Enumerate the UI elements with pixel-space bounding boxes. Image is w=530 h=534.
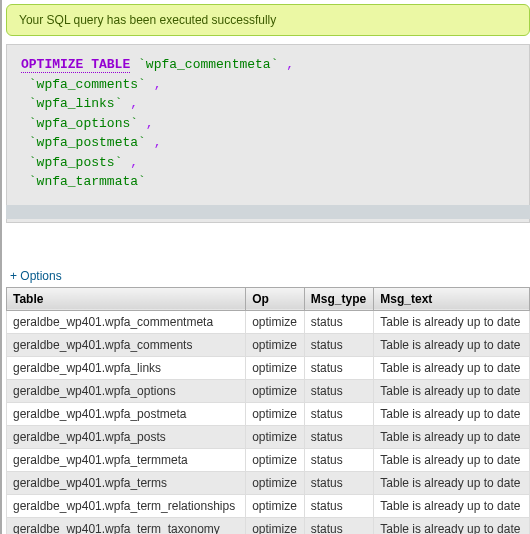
table-cell: Table is already up to date xyxy=(374,471,530,494)
table-cell: Table is already up to date xyxy=(374,310,530,333)
options-label: + Options xyxy=(10,269,62,283)
table-cell: Table is already up to date xyxy=(374,333,530,356)
success-message: Your SQL query has been executed success… xyxy=(19,13,276,27)
options-toggle[interactable]: + Options xyxy=(10,269,530,283)
column-header[interactable]: Table xyxy=(7,287,246,310)
table-cell: optimize xyxy=(246,494,305,517)
table-cell: geraldbe_wp401.wpfa_links xyxy=(7,356,246,379)
table-cell: optimize xyxy=(246,310,305,333)
table-cell: status xyxy=(304,310,374,333)
table-cell: optimize xyxy=(246,356,305,379)
sql-keyword: OPTIMIZE TABLE xyxy=(21,57,130,73)
table-row[interactable]: geraldbe_wp401.wpfa_term_relationshipsop… xyxy=(7,494,530,517)
table-cell: optimize xyxy=(246,402,305,425)
table-cell: status xyxy=(304,425,374,448)
sql-query-panel: OPTIMIZE TABLE `wpfa_commentmeta` , `wpf… xyxy=(6,44,530,223)
table-cell: status xyxy=(304,379,374,402)
table-cell: geraldbe_wp401.wpfa_terms xyxy=(7,471,246,494)
table-cell: geraldbe_wp401.wpfa_posts xyxy=(7,425,246,448)
table-row[interactable]: geraldbe_wp401.wpfa_termsoptimizestatusT… xyxy=(7,471,530,494)
table-cell: status xyxy=(304,356,374,379)
table-cell: status xyxy=(304,333,374,356)
table-cell: optimize xyxy=(246,448,305,471)
column-header[interactable]: Op xyxy=(246,287,305,310)
success-banner: Your SQL query has been executed success… xyxy=(6,4,530,36)
table-row[interactable]: geraldbe_wp401.wpfa_postsoptimizestatusT… xyxy=(7,425,530,448)
table-row[interactable]: geraldbe_wp401.wpfa_postmetaoptimizestat… xyxy=(7,402,530,425)
table-cell: status xyxy=(304,517,374,534)
table-cell: Table is already up to date xyxy=(374,494,530,517)
table-cell: status xyxy=(304,448,374,471)
table-cell: status xyxy=(304,471,374,494)
table-row[interactable]: geraldbe_wp401.wpfa_optionsoptimizestatu… xyxy=(7,379,530,402)
table-cell: optimize xyxy=(246,379,305,402)
table-cell: Table is already up to date xyxy=(374,448,530,471)
table-row[interactable]: geraldbe_wp401.wpfa_commentmetaoptimizes… xyxy=(7,310,530,333)
table-cell: geraldbe_wp401.wpfa_commentmeta xyxy=(7,310,246,333)
column-header[interactable]: Msg_type xyxy=(304,287,374,310)
table-cell: optimize xyxy=(246,517,305,534)
table-row[interactable]: geraldbe_wp401.wpfa_commentsoptimizestat… xyxy=(7,333,530,356)
table-cell: geraldbe_wp401.wpfa_termmeta xyxy=(7,448,246,471)
table-cell: geraldbe_wp401.wpfa_term_taxonomy xyxy=(7,517,246,534)
column-header[interactable]: Msg_text xyxy=(374,287,530,310)
table-cell: Table is already up to date xyxy=(374,517,530,534)
table-cell: optimize xyxy=(246,333,305,356)
table-cell: Table is already up to date xyxy=(374,379,530,402)
table-row[interactable]: geraldbe_wp401.wpfa_termmetaoptimizestat… xyxy=(7,448,530,471)
sql-panel-gap xyxy=(6,205,530,219)
table-cell: status xyxy=(304,402,374,425)
table-cell: status xyxy=(304,494,374,517)
table-cell: geraldbe_wp401.wpfa_comments xyxy=(7,333,246,356)
results-table: TableOpMsg_typeMsg_text geraldbe_wp401.w… xyxy=(6,287,530,535)
table-cell: geraldbe_wp401.wpfa_term_relationships xyxy=(7,494,246,517)
table-cell: Table is already up to date xyxy=(374,356,530,379)
table-cell: Table is already up to date xyxy=(374,402,530,425)
table-cell: geraldbe_wp401.wpfa_postmeta xyxy=(7,402,246,425)
table-row[interactable]: geraldbe_wp401.wpfa_term_taxonomyoptimiz… xyxy=(7,517,530,534)
table-cell: Table is already up to date xyxy=(374,425,530,448)
table-cell: optimize xyxy=(246,425,305,448)
table-cell: optimize xyxy=(246,471,305,494)
table-row[interactable]: geraldbe_wp401.wpfa_linksoptimizestatusT… xyxy=(7,356,530,379)
table-cell: geraldbe_wp401.wpfa_options xyxy=(7,379,246,402)
